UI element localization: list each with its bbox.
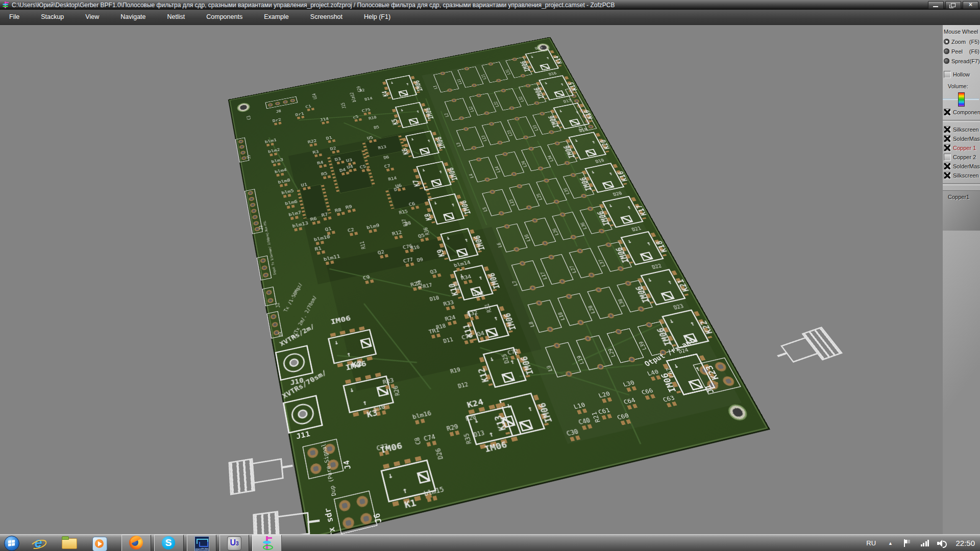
components-checkbox[interactable] — [944, 109, 951, 116]
relay-contact-arrow: ↑ — [415, 109, 421, 114]
relay-contact-arrow: ↓ — [529, 55, 534, 59]
u3-launcher-icon: U3 — [227, 536, 241, 550]
relay-coil-symbol — [602, 181, 615, 189]
component-label: R25 — [416, 280, 424, 289]
menu-item-view[interactable]: View — [75, 10, 110, 24]
relay-contact-arrow: ↓ — [399, 108, 404, 112]
menu-item-file[interactable]: File — [0, 10, 30, 24]
relay-coil-symbol — [688, 379, 703, 391]
restore-button[interactable] — [945, 1, 961, 9]
tray-expand-icon[interactable]: ▲ — [888, 541, 893, 546]
network-signal-icon[interactable] — [921, 540, 929, 546]
relay-contact-arrow: ↑ — [463, 237, 469, 243]
relay-contact-arrow: ↓ — [333, 339, 339, 346]
taskbar: e Sopen/PCBAU3 RU ▲ 22:50 — [0, 534, 980, 551]
inductor-L23 — [507, 116, 536, 140]
inductor-L2 — [445, 98, 471, 120]
menu-item-help-f1-[interactable]: Help (F1) — [353, 10, 401, 24]
silk-text: J9 — [278, 331, 284, 337]
menu-item-stackup[interactable]: Stackup — [30, 10, 75, 24]
layer-row-copper-2: Copper 2 — [943, 153, 980, 162]
inductor-L21 — [481, 62, 508, 83]
relay-coil-symbol — [408, 118, 419, 125]
layer-checkbox-5[interactable] — [944, 172, 951, 179]
menu-item-example[interactable]: Example — [253, 10, 300, 24]
relay-contact-arrow: ↑ — [689, 320, 696, 328]
media-player-icon[interactable] — [91, 536, 108, 551]
relay-K5: ↓↑ — [395, 102, 428, 128]
layer-checkbox-4[interactable] — [944, 163, 951, 170]
relay-contact-arrow: ↓ — [473, 416, 479, 424]
silk-text: J2 — [275, 302, 281, 308]
layer-checkbox-3[interactable] — [944, 154, 951, 161]
taskbar-button-skype[interactable]: S — [154, 535, 184, 551]
bnc-connector-outline — [253, 506, 321, 534]
windows-explorer-icon[interactable] — [60, 536, 78, 551]
peel-radio[interactable] — [944, 48, 949, 54]
inductor-L8 — [528, 299, 562, 333]
speaker-icon[interactable] — [937, 539, 946, 547]
language-indicator[interactable]: RU — [866, 539, 876, 547]
menu-item-components[interactable]: Components — [195, 10, 253, 24]
relay-contact-arrow: ↓ — [389, 81, 394, 85]
inductor-L24 — [521, 146, 551, 171]
pcb-3d-viewport[interactable]: ↓↑IM06K4R2D14↓↑IM06K5R10D5↓↑IM06K6R13D6↓… — [0, 24, 943, 534]
action-center-flag-icon[interactable] — [904, 539, 911, 547]
window-title: C:\Users\Юрий\Desktop\Gerber BPF1.0\Поло… — [12, 2, 928, 9]
menu-item-screenshot[interactable]: Screenshot — [300, 10, 353, 24]
layer-label: Copper 2 — [953, 154, 976, 160]
relay-contact-arrow: ↓ — [626, 238, 633, 244]
component-label: blm12 — [350, 92, 357, 102]
layer-row-silkscreen: Silkscreen — [943, 171, 980, 180]
relay-coil-symbol — [585, 149, 597, 157]
minimize-button[interactable] — [928, 1, 944, 9]
layer-row-silkscreen: Silkscreen — [943, 125, 980, 134]
bnc-connector-outline — [229, 452, 295, 492]
coax-connector-j10 — [275, 345, 313, 381]
spread-radio[interactable] — [944, 58, 949, 64]
start-button[interactable] — [4, 536, 19, 551]
right-control-panel: Mouse Wheel Zoom(F5)Peel(F6)Spread(F7) H… — [943, 24, 980, 534]
inductor-L11 — [457, 66, 483, 88]
relay-K7: ↓↑ — [416, 161, 452, 191]
mode-label: Peel — [951, 48, 963, 55]
firefox-icon — [129, 536, 143, 549]
inductor-L6 — [496, 223, 528, 253]
taskbar-button-zofzpcb[interactable] — [252, 535, 282, 551]
relay-contact-arrow: ↓ — [590, 169, 596, 174]
layer-label: Copper 1 — [953, 145, 976, 151]
component-label: C29 — [356, 86, 363, 92]
relay-contact-arrow: ↑ — [574, 110, 580, 114]
menu-item-navigate[interactable]: Navigate — [110, 10, 156, 24]
relay-contact-arrow: ↓ — [558, 109, 564, 113]
volume-slider-handle[interactable] — [958, 92, 965, 107]
component-label: C8 — [414, 437, 422, 445]
relay-K4: ↓↑ — [385, 75, 417, 100]
mode-row-peel: Peel(F6) — [943, 46, 980, 56]
taskbar-clock[interactable]: 22:50 — [955, 539, 975, 547]
inductor-L14 — [495, 152, 524, 177]
close-button[interactable]: × — [963, 1, 978, 9]
hollow-checkbox[interactable] — [944, 71, 951, 78]
zoom-radio[interactable] — [944, 39, 949, 44]
mounting-hole — [725, 403, 750, 422]
layer-checkbox-0[interactable] — [944, 126, 951, 133]
layer-checkbox-2[interactable] — [944, 144, 951, 152]
layer-checkbox-1[interactable] — [944, 135, 951, 142]
taskbar-button-pcb-logic-tool[interactable]: open/PCBA — [187, 535, 216, 551]
divider — [943, 183, 980, 185]
relay-contact-arrow: ↓ — [349, 386, 355, 394]
volume-slider[interactable] — [943, 92, 980, 106]
relay-contact-arrow: ↑ — [426, 138, 431, 143]
relay-K24: ↓↑ — [466, 405, 522, 445]
smd-footprint — [307, 108, 314, 111]
inductor-L18 — [557, 293, 593, 326]
taskbar-button-firefox[interactable] — [121, 535, 151, 551]
inductor-L3 — [456, 127, 484, 151]
internet-explorer-icon[interactable]: e — [30, 536, 47, 551]
resistor-label: R17 — [423, 283, 433, 289]
inductor-L28 — [587, 287, 623, 319]
pcb-tool-caption: open/PCBA — [195, 547, 209, 550]
menu-item-netlist[interactable]: Netlist — [157, 10, 196, 24]
taskbar-button-u3-launcher[interactable]: U3 — [219, 535, 249, 551]
